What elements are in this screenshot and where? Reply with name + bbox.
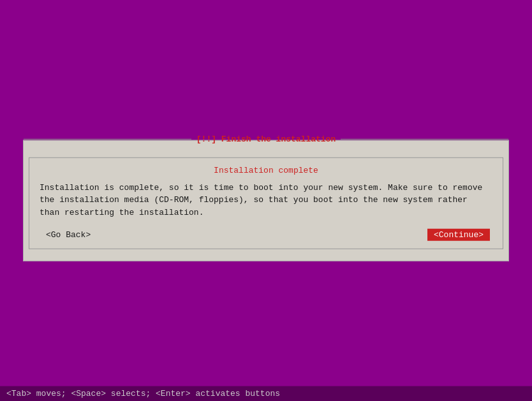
continue-button[interactable]: <Continue>	[427, 229, 490, 241]
dialog-buttons: <Go Back> <Continue>	[40, 229, 492, 241]
statusbar-text: <Tab> moves; <Space> selects; <Enter> ac…	[6, 389, 280, 398]
title-line-right	[341, 138, 508, 139]
go-back-button[interactable]: <Go Back>	[42, 229, 94, 241]
dialog-title-bar: [!!] Finish the installation	[24, 134, 508, 143]
title-line-left	[24, 138, 191, 139]
screen: [!!] Finish the installation Installatio…	[0, 0, 532, 401]
body-text: Installation is complete, so it is time …	[40, 182, 482, 217]
dialog-subtitle: Installation complete	[40, 165, 492, 175]
dialog-title: [!!] Finish the installation	[191, 134, 341, 143]
dialog-body: Installation is complete, so it is time …	[40, 181, 492, 219]
dialog-container: [!!] Finish the installation Installatio…	[23, 140, 509, 261]
statusbar: <Tab> moves; <Space> selects; <Enter> ac…	[0, 386, 532, 401]
dialog-inner: Installation complete Installation is co…	[29, 157, 503, 249]
